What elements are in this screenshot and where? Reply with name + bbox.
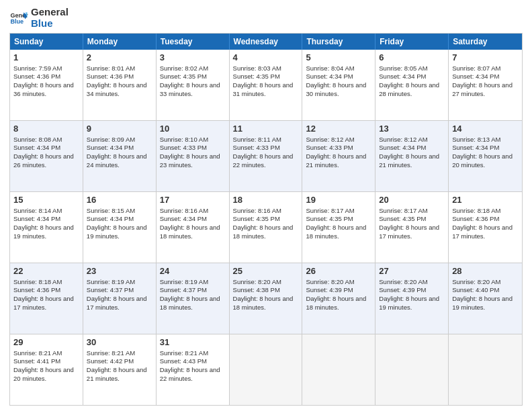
sunset-text: Sunset: 4:34 PM — [13, 215, 79, 224]
day-number: 8 — [13, 123, 79, 135]
day-number: 29 — [13, 336, 79, 349]
day-number: 16 — [87, 194, 152, 206]
daylight-text: Daylight: 8 hours and 22 minutes. — [233, 152, 299, 170]
svg-text:Blue: Blue — [10, 18, 24, 25]
sunrise-text: Sunrise: 7:59 AM — [13, 64, 79, 73]
sunrise-text: Sunrise: 8:03 AM — [233, 64, 299, 73]
sunrise-text: Sunrise: 8:14 AM — [13, 207, 79, 216]
calendar-cell: 30Sunrise: 8:21 AMSunset: 4:42 PMDayligh… — [83, 334, 157, 405]
sunrise-text: Sunrise: 8:05 AM — [379, 64, 445, 73]
daylight-text: Daylight: 8 hours and 17 minutes. — [452, 224, 519, 241]
sunrise-text: Sunrise: 8:20 AM — [233, 278, 299, 287]
sunset-text: Sunset: 4:43 PM — [160, 357, 226, 366]
sunrise-text: Sunrise: 8:15 AM — [87, 207, 152, 216]
daylight-text: Daylight: 8 hours and 36 minutes. — [13, 81, 79, 99]
weekday-header: Monday — [83, 34, 157, 50]
daylight-text: Daylight: 8 hours and 19 minutes. — [87, 224, 152, 241]
sunrise-text: Sunrise: 8:21 AM — [160, 349, 226, 358]
calendar-cell — [375, 334, 449, 405]
daylight-text: Daylight: 8 hours and 18 minutes. — [160, 295, 226, 312]
day-number: 28 — [452, 265, 519, 277]
sunset-text: Sunset: 4:34 PM — [160, 215, 226, 224]
sunset-text: Sunset: 4:34 PM — [87, 144, 152, 152]
day-number: 4 — [233, 52, 299, 64]
daylight-text: Daylight: 8 hours and 17 minutes. — [87, 295, 152, 312]
sunset-text: Sunset: 4:34 PM — [379, 73, 445, 81]
sunset-text: Sunset: 4:34 PM — [379, 144, 445, 152]
sunrise-text: Sunrise: 8:09 AM — [87, 136, 152, 144]
daylight-text: Daylight: 8 hours and 27 minutes. — [452, 81, 519, 99]
sunset-text: Sunset: 4:36 PM — [87, 73, 152, 81]
sunrise-text: Sunrise: 8:16 AM — [160, 207, 226, 216]
sunrise-text: Sunrise: 8:02 AM — [160, 64, 226, 73]
day-number: 22 — [13, 265, 79, 277]
calendar-cell: 29Sunrise: 8:21 AMSunset: 4:41 PMDayligh… — [10, 334, 83, 405]
sunset-text: Sunset: 4:34 PM — [452, 144, 519, 152]
weekday-header: Thursday — [302, 34, 375, 50]
daylight-text: Daylight: 8 hours and 18 minutes. — [160, 224, 226, 241]
calendar-week-5: 29Sunrise: 8:21 AMSunset: 4:41 PMDayligh… — [10, 334, 522, 405]
day-number: 3 — [160, 52, 226, 64]
calendar-week-2: 8Sunrise: 8:08 AMSunset: 4:34 PMDaylight… — [10, 120, 522, 191]
daylight-text: Daylight: 8 hours and 28 minutes. — [379, 81, 445, 99]
calendar-cell: 25Sunrise: 8:20 AMSunset: 4:38 PMDayligh… — [230, 263, 303, 334]
calendar-cell: 19Sunrise: 8:17 AMSunset: 4:35 PMDayligh… — [302, 192, 375, 263]
day-number: 31 — [160, 336, 226, 349]
sunrise-text: Sunrise: 8:17 AM — [306, 207, 371, 216]
calendar-cell: 10Sunrise: 8:10 AMSunset: 4:33 PMDayligh… — [157, 121, 230, 191]
day-number: 17 — [160, 194, 226, 206]
sunset-text: Sunset: 4:33 PM — [233, 144, 299, 152]
day-number: 26 — [306, 265, 371, 277]
day-number: 23 — [87, 265, 152, 277]
daylight-text: Daylight: 8 hours and 21 minutes. — [379, 152, 445, 170]
calendar-cell: 15Sunrise: 8:14 AMSunset: 4:34 PMDayligh… — [10, 192, 83, 263]
daylight-text: Daylight: 8 hours and 17 minutes. — [13, 295, 79, 312]
sunrise-text: Sunrise: 8:12 AM — [379, 136, 445, 144]
calendar-cell — [449, 334, 522, 405]
calendar-cell: 7Sunrise: 8:07 AMSunset: 4:34 PMDaylight… — [449, 50, 522, 120]
daylight-text: Daylight: 8 hours and 18 minutes. — [233, 224, 299, 241]
calendar-cell — [302, 334, 375, 405]
calendar-cell: 6Sunrise: 8:05 AMSunset: 4:34 PMDaylight… — [375, 50, 449, 120]
sunset-text: Sunset: 4:33 PM — [160, 144, 226, 152]
day-number: 1 — [13, 52, 79, 64]
sunrise-text: Sunrise: 8:20 AM — [379, 278, 445, 287]
sunset-text: Sunset: 4:34 PM — [13, 144, 79, 152]
sunrise-text: Sunrise: 8:21 AM — [13, 349, 79, 358]
daylight-text: Daylight: 8 hours and 22 minutes. — [160, 366, 226, 383]
calendar-cell: 5Sunrise: 8:04 AMSunset: 4:34 PMDaylight… — [302, 50, 375, 120]
calendar-cell: 1Sunrise: 7:59 AMSunset: 4:36 PMDaylight… — [10, 50, 83, 120]
sunset-text: Sunset: 4:37 PM — [87, 286, 152, 295]
logo-icon: General Blue — [9, 9, 28, 28]
sunset-text: Sunset: 4:34 PM — [87, 215, 152, 224]
calendar-header: SundayMondayTuesdayWednesdayThursdayFrid… — [10, 34, 522, 50]
calendar-cell: 28Sunrise: 8:20 AMSunset: 4:40 PMDayligh… — [449, 263, 522, 334]
calendar-cell: 16Sunrise: 8:15 AMSunset: 4:34 PMDayligh… — [83, 192, 157, 263]
sunset-text: Sunset: 4:34 PM — [306, 73, 371, 81]
day-number: 6 — [379, 52, 445, 64]
sunrise-text: Sunrise: 8:04 AM — [306, 64, 371, 73]
sunrise-text: Sunrise: 8:11 AM — [233, 136, 299, 144]
calendar-week-4: 22Sunrise: 8:18 AMSunset: 4:36 PMDayligh… — [10, 263, 522, 334]
logo: General Blue General Blue — [9, 7, 69, 29]
daylight-text: Daylight: 8 hours and 33 minutes. — [160, 81, 226, 99]
daylight-text: Daylight: 8 hours and 17 minutes. — [379, 224, 445, 241]
calendar-cell: 17Sunrise: 8:16 AMSunset: 4:34 PMDayligh… — [157, 192, 230, 263]
day-number: 14 — [452, 123, 519, 135]
calendar-cell — [230, 334, 303, 405]
header: General Blue General Blue — [9, 7, 523, 29]
calendar-cell: 2Sunrise: 8:01 AMSunset: 4:36 PMDaylight… — [83, 50, 157, 120]
calendar-cell: 18Sunrise: 8:16 AMSunset: 4:35 PMDayligh… — [230, 192, 303, 263]
sunrise-text: Sunrise: 8:10 AM — [160, 136, 226, 144]
daylight-text: Daylight: 8 hours and 19 minutes. — [379, 295, 445, 312]
daylight-text: Daylight: 8 hours and 18 minutes. — [306, 224, 371, 241]
day-number: 12 — [306, 123, 371, 135]
sunrise-text: Sunrise: 8:19 AM — [160, 278, 226, 287]
sunrise-text: Sunrise: 8:21 AM — [87, 349, 152, 358]
sunset-text: Sunset: 4:40 PM — [452, 286, 519, 295]
sunset-text: Sunset: 4:36 PM — [13, 286, 79, 295]
daylight-text: Daylight: 8 hours and 20 minutes. — [13, 366, 79, 383]
daylight-text: Daylight: 8 hours and 20 minutes. — [452, 152, 519, 170]
sunrise-text: Sunrise: 8:01 AM — [87, 64, 152, 73]
daylight-text: Daylight: 8 hours and 30 minutes. — [306, 81, 371, 99]
